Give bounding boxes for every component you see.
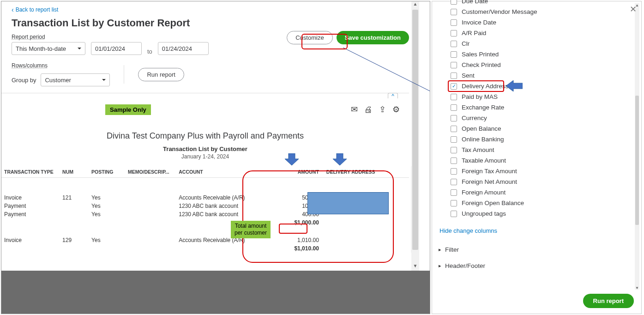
cell-num bbox=[60, 202, 89, 210]
checkbox-icon[interactable] bbox=[451, 200, 457, 206]
column-option-tax-amount[interactable]: Tax Amount bbox=[451, 145, 641, 155]
main-scrollbar-track[interactable]: ▲ ▼ bbox=[411, 1, 419, 271]
column-option-taxable-amount[interactable]: Taxable Amount bbox=[451, 155, 641, 166]
column-option-foreign-amount[interactable]: Foreign Amount bbox=[451, 187, 641, 198]
column-option-label: Tax Amount bbox=[462, 146, 494, 153]
column-option-label: Delivery Address bbox=[462, 83, 508, 90]
column-option-delivery-address[interactable]: Delivery Address bbox=[451, 81, 641, 91]
column-option-foreign-open-balance[interactable]: Foreign Open Balance bbox=[451, 198, 641, 208]
table-row[interactable]: Payment Yes 1230 ABC bank account 100.00 bbox=[1, 202, 409, 210]
customize-columns-list: Due DateCustomer/Vendor MessageInvoice D… bbox=[432, 0, 641, 223]
header-footer-section-toggle[interactable]: ▸ Header/Footer bbox=[432, 258, 641, 274]
column-option-label: Open Balance bbox=[462, 125, 501, 132]
column-option-label: Customer/Vendor Message bbox=[462, 8, 537, 15]
panel-scrollbar-track[interactable]: ▲ ▼ bbox=[635, 3, 639, 290]
col-account[interactable]: ACCOUNT bbox=[176, 166, 251, 178]
column-option-sales-printed[interactable]: Sales Printed bbox=[451, 49, 641, 60]
run-report-button-panel[interactable]: Run report bbox=[583, 294, 634, 308]
cell-type: Invoice bbox=[1, 194, 60, 202]
column-option-ungrouped-tags[interactable]: Ungrouped tags bbox=[451, 208, 641, 219]
column-option-check-printed[interactable]: Check Printed bbox=[451, 60, 641, 70]
scroll-up-icon[interactable]: ▲ bbox=[411, 1, 419, 9]
scroll-down-icon[interactable]: ▼ bbox=[411, 263, 419, 271]
checkbox-icon[interactable] bbox=[451, 211, 457, 217]
checkbox-icon[interactable] bbox=[451, 179, 457, 185]
column-option-sent[interactable]: Sent bbox=[451, 70, 641, 81]
checkbox-icon[interactable] bbox=[451, 94, 457, 100]
checkbox-icon[interactable] bbox=[451, 104, 457, 111]
col-amount[interactable]: AMOUNT bbox=[251, 166, 321, 178]
panel-scrollbar-thumb[interactable] bbox=[635, 96, 639, 225]
main-scrollbar-thumb[interactable] bbox=[412, 10, 418, 250]
checkbox-icon[interactable] bbox=[451, 30, 457, 36]
column-option-exchange-rate[interactable]: Exchange Rate bbox=[451, 102, 641, 113]
checkbox-icon[interactable] bbox=[451, 73, 457, 79]
column-option-label: Paid by MAS bbox=[462, 93, 498, 100]
checkbox-icon[interactable] bbox=[451, 9, 457, 15]
chevron-left-icon: ‹ bbox=[12, 6, 14, 13]
report-period-select[interactable]: This Month-to-date bbox=[12, 42, 85, 55]
save-customization-button[interactable]: Save customization bbox=[337, 31, 409, 44]
subtotal-row: $1,010.00 bbox=[1, 244, 409, 253]
collapse-filters-toggle[interactable]: ^ bbox=[388, 93, 398, 98]
run-report-button-top[interactable]: Run report bbox=[138, 68, 184, 81]
close-icon[interactable]: ✕ bbox=[630, 4, 637, 14]
checkbox-icon[interactable] bbox=[451, 51, 457, 58]
scroll-down-icon[interactable]: ▼ bbox=[635, 286, 639, 290]
table-row[interactable]: Invoice 129 Yes Accounts Receivable (A/R… bbox=[1, 236, 409, 244]
column-option-online-banking[interactable]: Online Banking bbox=[451, 134, 641, 145]
col-num[interactable]: NUM bbox=[60, 166, 89, 178]
date-from-input[interactable]: 01/01/2024 bbox=[91, 42, 142, 55]
column-option-open-balance[interactable]: Open Balance bbox=[451, 123, 641, 134]
column-option-label: Foreign Amount bbox=[462, 189, 506, 196]
hide-change-columns-link[interactable]: Hide change columns bbox=[432, 223, 641, 242]
checkbox-icon[interactable] bbox=[451, 158, 457, 164]
back-to-report-list-link[interactable]: ‹ Back to report list bbox=[1, 1, 419, 17]
col-memo[interactable]: MEMO/DESCRIP... bbox=[125, 166, 176, 178]
checkbox-icon[interactable] bbox=[451, 136, 457, 143]
column-option-due-date[interactable]: Due Date bbox=[451, 0, 641, 6]
customize-button[interactable]: Customize bbox=[287, 31, 332, 44]
email-icon[interactable]: ✉ bbox=[351, 104, 358, 115]
column-option-customer-vendor-message[interactable]: Customer/Vendor Message bbox=[451, 6, 641, 17]
export-icon[interactable]: ⇪ bbox=[379, 104, 386, 115]
checkbox-icon[interactable] bbox=[451, 83, 457, 90]
column-option-invoice-date[interactable]: Invoice Date bbox=[451, 17, 641, 28]
column-option-a-r-paid[interactable]: A/R Paid bbox=[451, 28, 641, 38]
report-grid: TRANSACTION TYPE NUM POSTING MEMO/DESCRI… bbox=[1, 166, 409, 253]
col-transaction-type[interactable]: TRANSACTION TYPE bbox=[1, 166, 60, 178]
print-icon[interactable]: 🖨 bbox=[364, 105, 373, 115]
cell-posting: Yes bbox=[89, 236, 125, 244]
cell-num bbox=[60, 210, 89, 218]
column-option-paid-by-mas[interactable]: Paid by MAS bbox=[451, 91, 641, 102]
table-row[interactable]: Invoice 121 Yes Accounts Receivable (A/R… bbox=[1, 194, 409, 202]
cell-num: 129 bbox=[60, 236, 89, 244]
cell-delivery bbox=[322, 210, 409, 218]
checkbox-icon[interactable] bbox=[451, 19, 457, 26]
column-option-label: Foreign Tax Amount bbox=[462, 168, 517, 175]
customize-panel: ✕ Due DateCustomer/Vendor MessageInvoice… bbox=[432, 1, 642, 314]
column-option-foreign-tax-amount[interactable]: Foreign Tax Amount bbox=[451, 166, 641, 176]
col-posting[interactable]: POSTING bbox=[89, 166, 125, 178]
header-footer-section-label: Header/Footer bbox=[445, 262, 485, 269]
table-row[interactable]: Payment Yes 1230 ABC bank account 400.00 bbox=[1, 210, 409, 218]
checkbox-icon[interactable] bbox=[451, 41, 457, 47]
table-spacer bbox=[1, 227, 409, 236]
filter-section-toggle[interactable]: ▸ Filter bbox=[432, 242, 641, 258]
checkbox-icon[interactable] bbox=[451, 115, 457, 121]
col-delivery-address[interactable]: DELIVERY ADDRESS bbox=[322, 166, 409, 178]
checkbox-icon[interactable] bbox=[451, 126, 457, 132]
checkbox-icon[interactable] bbox=[451, 0, 457, 5]
group-by-select[interactable]: Customer bbox=[41, 73, 110, 86]
column-option-currency[interactable]: Currency bbox=[451, 113, 641, 123]
column-option-clr[interactable]: Clr bbox=[451, 38, 641, 49]
checkbox-icon[interactable] bbox=[451, 168, 457, 175]
checkbox-icon[interactable] bbox=[451, 62, 457, 68]
checkbox-icon[interactable] bbox=[451, 189, 457, 196]
gear-icon[interactable]: ⚙ bbox=[392, 104, 400, 115]
checkbox-icon[interactable] bbox=[451, 147, 457, 153]
date-to-input[interactable]: 01/24/2024 bbox=[158, 42, 209, 55]
column-option-label: Online Banking bbox=[462, 136, 504, 143]
main-report-area: ‹ Back to report list Transaction List b… bbox=[1, 1, 430, 314]
column-option-foreign-net-amount[interactable]: Foreign Net Amount bbox=[451, 176, 641, 187]
